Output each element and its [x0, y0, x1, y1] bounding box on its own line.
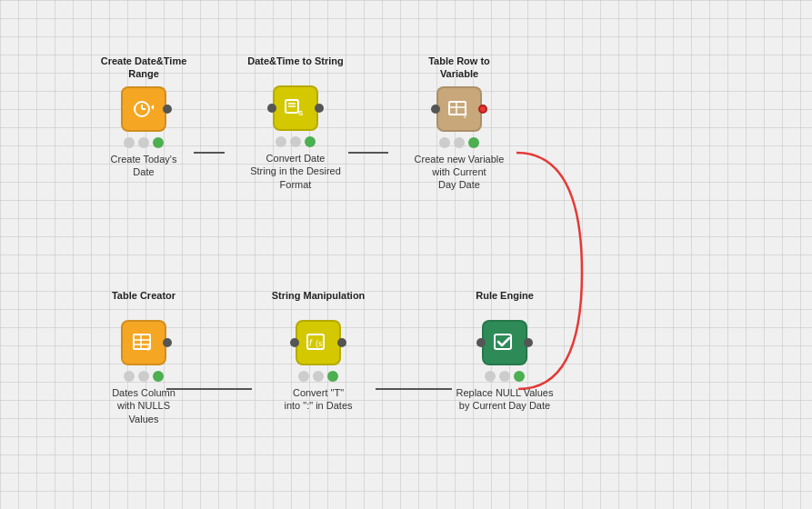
node-table-creator[interactable]: Table Creator + Dates Columnwith NULLSVa… [94, 289, 194, 425]
port-rule-engine-left [476, 338, 486, 347]
node-datetime-dots [276, 136, 316, 147]
node-string-manip-dots [298, 371, 338, 382]
svg-text:+: + [145, 344, 151, 354]
dot2 [313, 371, 324, 382]
table-create-icon: + [131, 330, 156, 355]
node-string-manip-icon: f (s) [296, 320, 341, 365]
node-table-row-icon: V [436, 86, 482, 132]
port-datetime-right [315, 104, 324, 113]
workflow-canvas: Create Date&Time Range Create Today'sDat… [0, 0, 812, 509]
dot1 [439, 137, 450, 148]
node-datetime-string[interactable]: Date&Time to String S Convert DateString… [246, 55, 346, 191]
dot1 [124, 371, 135, 382]
dot2 [138, 137, 149, 148]
node-create-date-label: Create Today'sDate [111, 153, 177, 179]
svg-text:S: S [298, 109, 304, 117]
clock-arrow-icon [131, 96, 156, 122]
node-datetime-icon: S [273, 85, 318, 131]
node-table-creator-title: Table Creator [112, 289, 175, 314]
dot2 [138, 371, 149, 382]
node-table-row-title: Table Row to Variable [409, 55, 509, 81]
port-rule-engine-right [524, 338, 533, 347]
node-rule-engine-title: Rule Engine [476, 289, 534, 314]
port-string-manip-right [337, 338, 346, 347]
dot3 [153, 137, 164, 148]
port-create-date-right [163, 105, 172, 114]
port-datetime-left [267, 104, 276, 113]
node-string-manip-title: String Manipulation [272, 289, 366, 314]
node-create-date[interactable]: Create Date&Time Range Create Today'sDat… [94, 55, 194, 178]
node-create-date-icon [121, 86, 166, 132]
port-table-row-right-red [478, 105, 487, 114]
dot3 [305, 136, 316, 147]
dot1 [276, 136, 286, 147]
dot3 [468, 137, 479, 148]
dot3 [153, 371, 164, 382]
dt-string-icon: S [283, 95, 308, 121]
node-table-row-var[interactable]: Table Row to Variable V Create new Varia… [409, 55, 509, 191]
node-create-date-dots [124, 137, 164, 148]
dot2 [290, 136, 301, 147]
node-rule-engine-label: Replace NULL Valuesby Current Day Date [456, 386, 553, 413]
port-table-row-left [431, 105, 440, 114]
node-table-row-dots [439, 137, 479, 148]
node-rule-engine-icon [482, 320, 527, 365]
node-table-row-label: Create new Variablewith CurrentDay Date [415, 153, 505, 192]
node-datetime-label: Convert DateString in the DesiredFormat [250, 152, 341, 191]
node-table-creator-label: Dates Columnwith NULLSValues [112, 386, 175, 425]
port-table-creator-right [163, 338, 172, 347]
node-create-date-title: Create Date&Time Range [94, 55, 194, 81]
node-datetime-title: Date&Time to String [247, 55, 344, 80]
svg-rect-19 [495, 334, 511, 349]
string-icon: f (s) [306, 330, 331, 355]
node-rule-engine[interactable]: Rule Engine Replace NULL Valuesby Curren… [455, 289, 555, 413]
svg-text:V: V [463, 113, 467, 119]
table-var-icon: V [446, 96, 472, 122]
rule-icon [492, 330, 517, 355]
svg-text:f: f [309, 338, 313, 348]
node-string-manip[interactable]: String Manipulation f (s) Convert "T"int… [268, 289, 368, 413]
dot1 [124, 137, 135, 148]
dot2 [454, 137, 465, 148]
dot1 [485, 371, 496, 382]
dot1 [298, 371, 309, 382]
svg-text:(s): (s) [316, 339, 326, 348]
node-table-creator-dots [124, 371, 164, 382]
dot2 [499, 371, 510, 382]
node-string-manip-label: Convert "T"into ":" in Dates [284, 386, 352, 413]
node-table-creator-icon: + [121, 320, 166, 365]
port-string-manip-left [290, 338, 299, 347]
dot3 [514, 371, 525, 382]
node-rule-engine-dots [485, 371, 525, 382]
dot3 [327, 371, 338, 382]
